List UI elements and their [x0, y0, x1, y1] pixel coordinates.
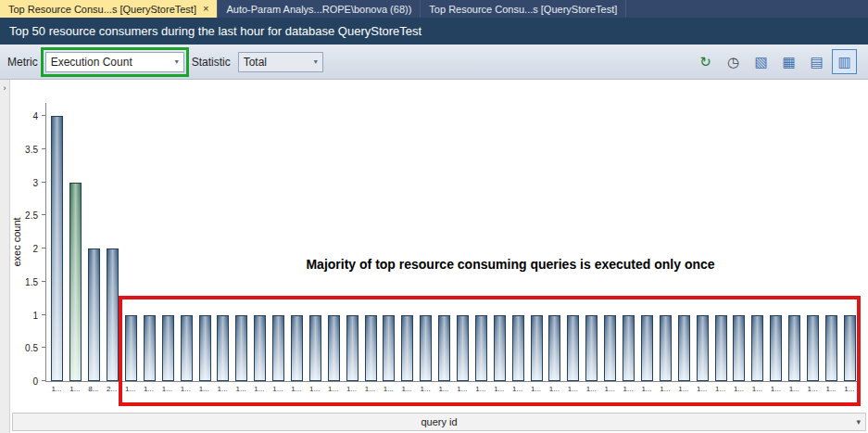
- grid-view-alt-button[interactable]: ▤: [804, 49, 829, 74]
- query-bar[interactable]: [125, 315, 137, 381]
- query-bar[interactable]: [788, 315, 800, 381]
- query-bar[interactable]: [69, 183, 82, 381]
- x-tick-label: 1...: [509, 385, 527, 393]
- metric-value: Execution Count: [51, 56, 132, 69]
- query-bar[interactable]: [825, 315, 837, 381]
- query-bar[interactable]: [844, 315, 856, 381]
- query-bar[interactable]: [751, 315, 763, 381]
- query-bar[interactable]: [309, 315, 321, 381]
- chart-annotation: Majority of top resource consuming queri…: [306, 257, 714, 272]
- x-tick-label: 1...: [582, 385, 600, 393]
- collapsed-pane-splitter[interactable]: ›: [0, 80, 10, 433]
- bar-slot: [472, 103, 490, 381]
- query-bar[interactable]: [144, 315, 156, 381]
- bar-slot: [711, 103, 730, 381]
- document-tab[interactable]: Top Resource Consu...s [QueryStoreTest]×: [0, 0, 218, 18]
- query-bar[interactable]: [697, 315, 709, 381]
- x-tick-label: 1...: [434, 385, 453, 393]
- query-bar[interactable]: [365, 315, 377, 381]
- query-bar[interactable]: [641, 315, 653, 381]
- query-bar[interactable]: [604, 315, 616, 381]
- tab-close-icon[interactable]: ×: [203, 4, 208, 14]
- query-bar[interactable]: [162, 315, 174, 381]
- bar-slot: [48, 103, 67, 381]
- query-bar[interactable]: [438, 315, 450, 381]
- query-bar[interactable]: [328, 315, 340, 381]
- y-tick-label: 3.5: [25, 145, 38, 155]
- bar-slot: [804, 103, 823, 381]
- grid-view-button[interactable]: ▦: [776, 49, 801, 74]
- x-tick-label: 1...: [287, 385, 306, 393]
- bar-slot: [324, 103, 343, 381]
- query-bar[interactable]: [494, 315, 506, 381]
- query-bar[interactable]: [383, 315, 395, 381]
- view-plan-button[interactable]: ▧: [748, 49, 774, 74]
- query-bar[interactable]: [567, 315, 579, 381]
- metric-dropdown[interactable]: Execution Count ▾: [45, 52, 184, 72]
- query-bar[interactable]: [346, 315, 359, 381]
- query-bar[interactable]: [420, 315, 432, 381]
- chevron-down-icon[interactable]: ▾: [856, 417, 861, 427]
- x-tick-label: 1...: [656, 385, 674, 393]
- query-bar[interactable]: [585, 315, 598, 381]
- document-tab[interactable]: Top Resource Consu...s [QueryStoreTest]: [421, 0, 626, 18]
- bar-slot: [693, 103, 711, 381]
- query-bar[interactable]: [254, 315, 266, 381]
- bar-slot: [214, 103, 233, 381]
- x-tick-label: 1...: [674, 385, 693, 393]
- refresh-button[interactable]: ↻: [693, 49, 718, 74]
- x-tick-label: 1...: [397, 385, 416, 393]
- query-bar[interactable]: [217, 315, 229, 381]
- query-bar[interactable]: [235, 315, 247, 381]
- document-tab-strip: Top Resource Consu...s [QueryStoreTest]×…: [0, 0, 868, 18]
- x-tick-label: 1...: [343, 385, 361, 393]
- bar-slot: [361, 103, 380, 381]
- y-tick-label: 0.5: [25, 343, 38, 353]
- y-tick-label: 3: [32, 178, 38, 188]
- query-bar[interactable]: [475, 315, 487, 381]
- bar-slot: [251, 103, 270, 381]
- chevron-down-icon: ▾: [314, 57, 318, 66]
- query-bar[interactable]: [181, 315, 193, 381]
- query-bar[interactable]: [715, 315, 727, 381]
- main-area: › exec count 00.511.522.533.54 Majority …: [0, 80, 868, 433]
- timer-button[interactable]: ◷: [721, 49, 746, 74]
- query-bar[interactable]: [512, 315, 524, 381]
- x-tick-label: 2...: [103, 385, 121, 393]
- chart-view-button[interactable]: ▥: [832, 49, 857, 74]
- tab-label: Top Resource Consu...s [QueryStoreTest]: [8, 4, 196, 15]
- query-bar[interactable]: [548, 315, 560, 381]
- query-bar[interactable]: [51, 116, 63, 381]
- query-bar[interactable]: [531, 315, 543, 381]
- query-bar[interactable]: [199, 315, 211, 381]
- query-bar[interactable]: [733, 315, 745, 381]
- document-tab[interactable]: Auto-Param Analys...ROPE\bonova (68)): [218, 0, 421, 18]
- x-tick-label: 1...: [748, 385, 766, 393]
- query-bar[interactable]: [107, 248, 119, 381]
- statistic-label: Statistic: [192, 56, 231, 69]
- query-bar[interactable]: [401, 315, 413, 381]
- bar-slot: [840, 103, 859, 381]
- x-tick-label: 1...: [176, 385, 195, 393]
- query-bar[interactable]: [291, 315, 303, 381]
- y-tick-label: 0: [32, 376, 38, 387]
- query-bar[interactable]: [660, 315, 672, 381]
- query-bar[interactable]: [623, 315, 635, 381]
- x-tick-label: 1...: [600, 385, 619, 393]
- expand-pane-icon[interactable]: ›: [4, 83, 6, 93]
- x-axis-title: query id: [421, 416, 457, 427]
- chart-region: exec count 00.511.522.533.54 Majority of…: [10, 80, 868, 433]
- query-bar[interactable]: [678, 315, 690, 381]
- statistic-dropdown[interactable]: Total ▾: [238, 52, 323, 72]
- x-axis-selector[interactable]: query id ▾: [12, 413, 866, 431]
- bar-slot: [67, 103, 85, 381]
- query-bar[interactable]: [770, 315, 782, 381]
- query-bar[interactable]: [457, 315, 469, 381]
- query-bar[interactable]: [272, 315, 284, 381]
- x-tick-label: 1...: [840, 385, 859, 393]
- query-bar[interactable]: [88, 248, 100, 381]
- bar-slot: [104, 103, 122, 381]
- x-axis-labels: 1...1...8...2...1...1...1...1...1...1...…: [45, 385, 861, 393]
- x-tick-label: 1...: [785, 385, 803, 393]
- query-bar[interactable]: [807, 315, 819, 381]
